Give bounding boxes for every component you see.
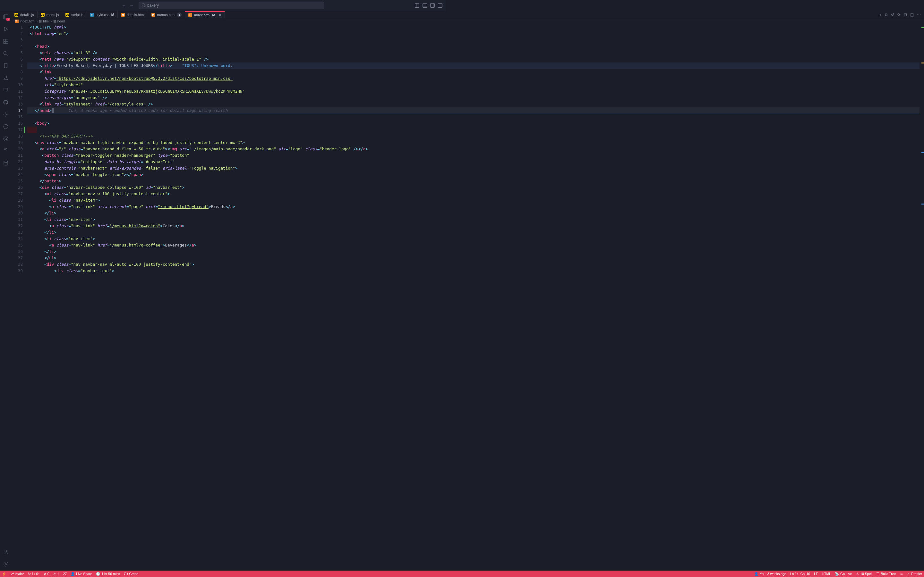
line-numbers-gutter: 1234567891011121314151617181920212223242…	[11, 24, 27, 274]
tag-icon: ⊞	[39, 19, 42, 23]
git-blame-inlay: You, 3 weeks ago • added started code fo…	[54, 108, 228, 113]
svg-line-1	[144, 6, 145, 7]
customize-layout-icon[interactable]	[438, 3, 443, 8]
crumb-item[interactable]: html	[43, 19, 49, 23]
command-center-search[interactable]: bakery	[139, 2, 324, 9]
svg-point-19	[4, 161, 8, 163]
svg-marker-4	[4, 27, 8, 31]
toggle-secondary-sidebar-icon[interactable]	[430, 3, 435, 8]
bookmark-icon[interactable]	[3, 63, 9, 69]
tab-script-js[interactable]: JSscript.js	[62, 11, 87, 18]
svg-point-13	[5, 114, 6, 115]
tab-index-html[interactable]: Hindex.htmlM✕	[185, 11, 225, 18]
title-bar: ← → bakery	[0, 0, 446, 11]
svg-rect-6	[6, 39, 8, 41]
html-file-icon: H	[121, 13, 125, 17]
tab-label: script.js	[71, 13, 83, 17]
activity-bar: 2	[0, 11, 11, 278]
html-file-icon: H	[15, 19, 19, 23]
tab-problems-badge: 1	[177, 13, 182, 17]
text-cursor	[52, 108, 54, 113]
toggle-panel-icon[interactable]	[423, 3, 427, 8]
svg-line-10	[7, 55, 8, 56]
search-icon	[142, 3, 145, 8]
code-editor[interactable]: 1234567891011121314151617181920212223242…	[11, 24, 446, 278]
svg-point-16	[3, 137, 8, 141]
code-content[interactable]: <!DOCTYPE html> <html lang="en"> <head> …	[27, 24, 446, 274]
svg-point-15	[5, 138, 7, 140]
html-file-icon: H	[188, 13, 192, 17]
js-file-icon: JS	[15, 13, 18, 17]
svg-rect-17	[4, 149, 6, 150]
github-icon[interactable]	[3, 99, 9, 105]
figma-icon[interactable]	[3, 148, 9, 154]
project-icon[interactable]	[3, 135, 9, 142]
tab-modified-indicator: M	[212, 13, 215, 17]
tab-label: details.js	[20, 13, 34, 17]
editor-tabs: JSdetails.js JSmenu.js JSscript.js #styl…	[11, 11, 446, 18]
run-debug-icon[interactable]	[3, 26, 9, 32]
js-file-icon: JS	[41, 13, 45, 17]
breadcrumb[interactable]: H index.html › ⊞ html › ⊞ head	[11, 18, 446, 24]
nav-forward-icon[interactable]: →	[129, 3, 134, 8]
explorer-badge: 2	[6, 18, 10, 21]
git-added-marker	[24, 127, 25, 133]
crumb-item[interactable]: head	[57, 19, 65, 23]
svg-point-9	[3, 51, 7, 55]
js-file-icon: JS	[65, 13, 69, 17]
close-icon[interactable]: ✕	[218, 13, 221, 17]
tag-icon: ⊞	[53, 19, 56, 23]
tab-menu-js[interactable]: JSmenu.js	[37, 11, 63, 18]
css-file-icon: #	[90, 13, 94, 17]
tab-details-js[interactable]: JSdetails.js	[11, 11, 37, 18]
explorer-icon[interactable]: 2	[3, 14, 9, 20]
toggle-primary-sidebar-icon[interactable]	[415, 3, 419, 8]
tab-label: style.css	[96, 13, 110, 17]
tab-label: menu.js	[47, 13, 59, 17]
svg-point-14	[3, 124, 8, 129]
tab-details-html[interactable]: Hdetails.html	[118, 11, 148, 18]
testing-icon[interactable]	[3, 75, 9, 81]
database-icon[interactable]	[3, 160, 9, 166]
svg-rect-7	[3, 42, 5, 44]
docker-icon[interactable]	[3, 123, 9, 130]
tab-label: index.html	[194, 13, 210, 17]
extensions-icon[interactable]	[3, 38, 9, 45]
svg-rect-11	[4, 88, 8, 91]
search-placeholder: bakery	[147, 3, 159, 8]
tab-modified-indicator: M	[111, 13, 114, 17]
chevron-right-icon: ›	[37, 19, 38, 23]
lint-message: "TOUS": Unknown word.	[172, 63, 233, 68]
live-share-icon[interactable]	[3, 111, 9, 118]
chevron-right-icon: ›	[51, 19, 52, 23]
tab-menus-html[interactable]: Hmenus.html1	[148, 11, 186, 18]
html-file-icon: H	[152, 13, 155, 17]
search-icon[interactable]	[3, 50, 9, 57]
tab-label: details.html	[127, 13, 145, 17]
nav-back-icon[interactable]: ←	[122, 3, 126, 8]
crumb-item[interactable]: index.html	[20, 19, 35, 23]
svg-rect-18	[6, 149, 7, 150]
svg-rect-5	[3, 39, 5, 41]
tab-label: menus.html	[157, 13, 176, 17]
svg-rect-8	[6, 42, 8, 44]
tab-style-css[interactable]: #style.cssM	[87, 11, 118, 18]
svg-point-0	[142, 3, 145, 6]
remote-icon[interactable]	[3, 87, 9, 93]
